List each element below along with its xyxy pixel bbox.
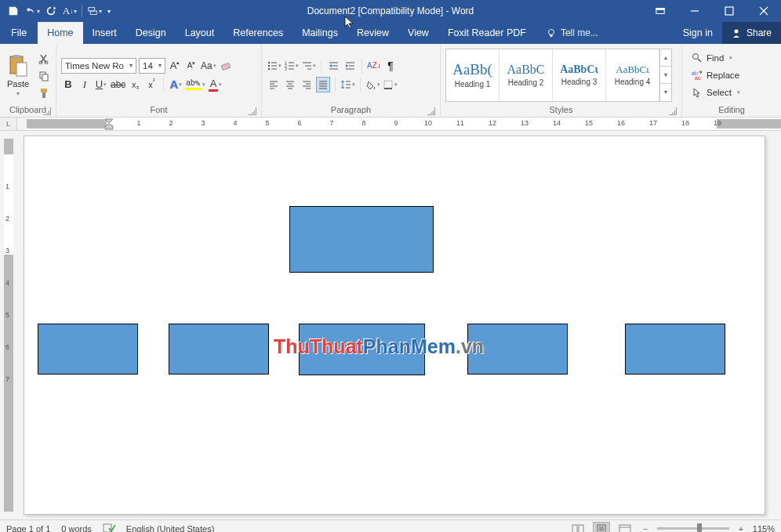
language-indicator[interactable]: English (United States) <box>126 524 215 533</box>
svg-rect-67 <box>104 524 111 532</box>
svg-point-10 <box>734 29 738 33</box>
select-button[interactable]: Select▾ <box>690 85 742 100</box>
borders-button[interactable]: ▾ <box>383 77 398 92</box>
window-title: Document2 [Compatibility Mode] - Word <box>307 5 474 16</box>
zoom-level[interactable]: 115% <box>753 524 775 533</box>
tab-mailings[interactable]: Mailings <box>292 22 347 44</box>
zoom-in-button[interactable]: + <box>736 524 746 533</box>
align-right-button[interactable] <box>300 77 314 92</box>
multilevel-list-button[interactable]: ▾ <box>301 58 316 74</box>
ribbon-display-icon[interactable] <box>643 0 677 22</box>
tab-design[interactable]: Design <box>126 22 176 44</box>
undo-button[interactable]: ▾ <box>24 2 41 20</box>
increase-indent-button[interactable] <box>343 58 357 74</box>
shading-button[interactable]: ▾ <box>365 77 380 92</box>
decrease-indent-button[interactable] <box>326 58 340 74</box>
tell-me-search[interactable]: Tell me... <box>536 27 598 38</box>
page-indicator[interactable]: Page 1 of 1 <box>6 524 50 533</box>
cut-button[interactable] <box>36 52 52 66</box>
tab-selector[interactable]: L <box>0 118 17 130</box>
paste-button[interactable]: Paste ▾ <box>3 52 33 97</box>
bullets-button[interactable]: ▾ <box>267 58 282 74</box>
align-left-button[interactable] <box>267 77 281 92</box>
text-effects-button[interactable]: A▾ <box>169 77 183 92</box>
style-heading1[interactable]: AaBb(Heading 1 <box>446 49 499 101</box>
zoom-slider[interactable] <box>657 527 729 530</box>
find-button[interactable]: Find▾ <box>690 50 742 66</box>
tab-foxit[interactable]: Foxit Reader PDF <box>438 22 536 44</box>
paragraph-launcher[interactable] <box>427 107 435 115</box>
page[interactable]: ThuThuatPhanMem.vn <box>24 136 765 515</box>
zoom-out-button[interactable]: − <box>640 524 651 533</box>
tab-layout[interactable]: Layout <box>176 22 224 44</box>
justify-button[interactable] <box>316 77 330 92</box>
italic-button[interactable]: I <box>78 77 92 92</box>
tab-references[interactable]: References <box>223 22 292 44</box>
format-painter-button[interactable] <box>36 86 52 100</box>
spell-check-icon[interactable] <box>103 523 115 533</box>
minimize-button[interactable] <box>677 0 712 22</box>
subscript-button[interactable]: x₂ <box>128 77 142 92</box>
clear-formatting-button[interactable] <box>219 58 233 74</box>
share-button[interactable]: Share <box>722 22 781 44</box>
styles-gallery[interactable]: AaBb(Heading 1 AaBbCHeading 2 AaBbCιHead… <box>445 49 672 102</box>
align-center-button[interactable] <box>283 77 297 92</box>
maximize-button[interactable] <box>712 0 746 22</box>
copy-button[interactable] <box>36 69 52 83</box>
tab-review[interactable]: Review <box>347 22 398 44</box>
vertical-ruler[interactable]: 1234567 <box>0 131 17 519</box>
shrink-font-button[interactable]: A▾ <box>184 58 198 74</box>
change-case-button[interactable]: Aa▾ <box>201 58 216 74</box>
shape-rect-2[interactable] <box>169 324 269 375</box>
shape-rect-top[interactable] <box>289 206 434 273</box>
close-button[interactable] <box>746 0 781 22</box>
style-heading4[interactable]: AaBbCιHeading 4 <box>606 49 659 101</box>
redo-button[interactable] <box>42 2 60 20</box>
web-layout-button[interactable] <box>616 522 634 533</box>
tab-file[interactable]: File <box>0 22 38 44</box>
line-spacing-button[interactable]: ▾ <box>340 77 355 92</box>
lightbulb-icon <box>547 28 557 38</box>
tab-view[interactable]: View <box>398 22 438 44</box>
style-heading2[interactable]: AaBbCHeading 2 <box>499 49 553 101</box>
indent-markers[interactable] <box>104 118 114 130</box>
shape-rect-1[interactable] <box>38 324 138 375</box>
replace-button[interactable]: abacReplace <box>690 67 742 83</box>
show-marks-button[interactable]: ¶ <box>383 58 398 74</box>
svg-point-63 <box>693 53 699 59</box>
strikethrough-button[interactable]: abc <box>111 77 125 92</box>
qat-icon-1[interactable]: A↓▾ <box>61 2 78 20</box>
font-size-combo[interactable]: 14▾ <box>139 58 165 74</box>
svg-rect-19 <box>42 92 45 98</box>
save-button[interactable] <box>5 2 22 20</box>
sign-in-button[interactable]: Sign in <box>674 22 722 44</box>
styles-launcher[interactable] <box>669 107 677 115</box>
font-launcher[interactable] <box>249 107 256 115</box>
tab-insert[interactable]: Insert <box>83 22 126 44</box>
superscript-button[interactable]: x² <box>144 77 158 92</box>
shape-rect-5[interactable] <box>625 324 725 375</box>
read-mode-button[interactable] <box>569 522 587 533</box>
horizontal-ruler[interactable]: L 12345678910111213141516171819 <box>0 118 781 131</box>
svg-point-21 <box>268 61 270 63</box>
print-layout-button[interactable] <box>593 522 610 533</box>
qat-customize[interactable]: ▾ <box>104 2 114 20</box>
style-heading3[interactable]: AaBbCιHeading 3 <box>553 49 606 101</box>
editing-label: Editing <box>718 105 745 114</box>
tab-home[interactable]: Home <box>38 22 82 44</box>
bullets-icon <box>267 60 278 71</box>
clipboard-launcher[interactable] <box>43 107 51 115</box>
underline-button[interactable]: U▾ <box>94 77 108 92</box>
qat-icon-2[interactable]: ▾ <box>85 2 103 20</box>
font-name-combo[interactable]: Times New Ro▾ <box>61 58 136 74</box>
highlight-button[interactable]: ab✎▾ <box>185 77 205 92</box>
font-color-button[interactable]: A▾ <box>208 77 222 92</box>
styles-scroll[interactable]: ▴▾▾ <box>659 49 671 101</box>
bold-button[interactable]: B <box>61 77 75 92</box>
sort-button[interactable]: AZ↓ <box>367 58 381 74</box>
grow-font-button[interactable]: A▴ <box>168 58 182 74</box>
word-count[interactable]: 0 words <box>61 524 92 533</box>
numbering-button[interactable]: 123▾ <box>284 58 299 74</box>
group-paragraph: ▾ 123▾ ▾ AZ↓ ¶ ▾ <box>262 44 441 117</box>
ribbon: Paste ▾ Clipboard Times New Ro▾ 14▾ A▴ A… <box>0 44 781 118</box>
